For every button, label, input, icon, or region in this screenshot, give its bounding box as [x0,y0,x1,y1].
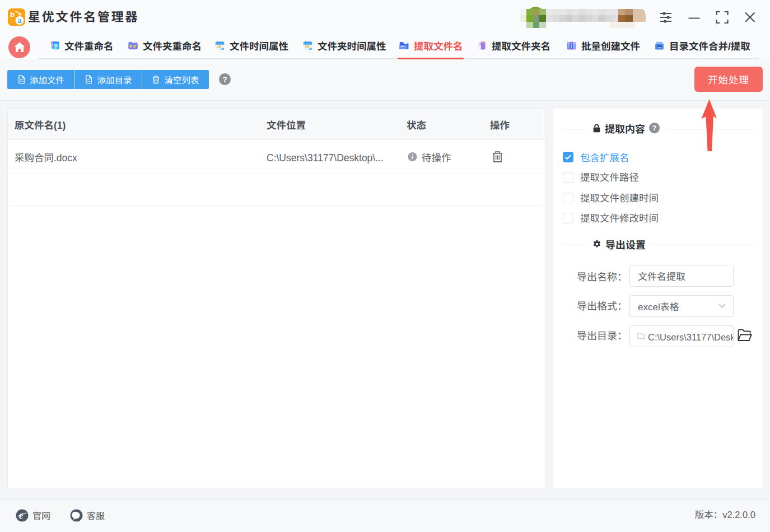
svg-text:b: b [10,10,15,18]
svg-text:28: 28 [305,44,309,49]
svg-text:a: a [17,16,22,25]
svg-text:28: 28 [217,44,221,49]
